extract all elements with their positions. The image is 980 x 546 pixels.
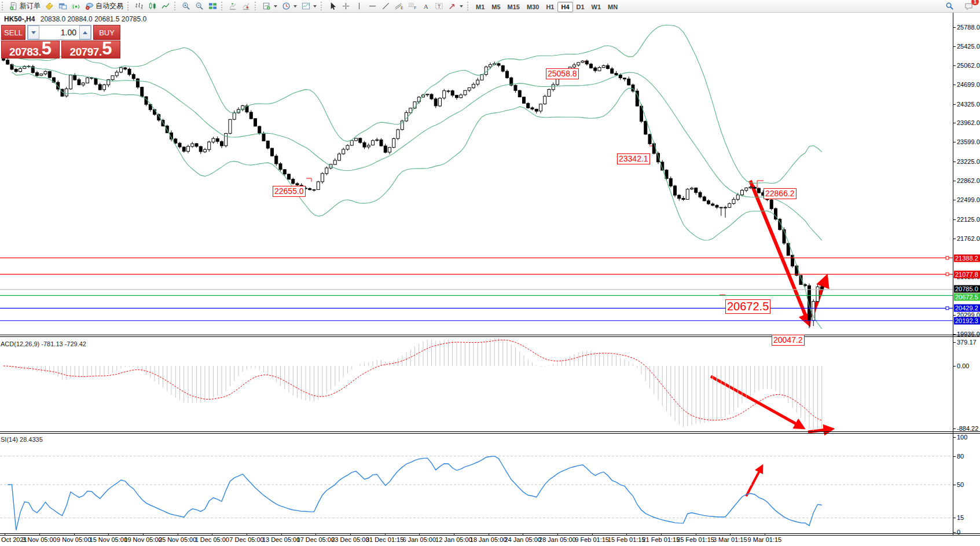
rsi-axis-label: 0: [957, 529, 960, 536]
periods-button[interactable]: [280, 0, 299, 12]
time-axis-label: 1 Dec 05:00: [195, 536, 229, 543]
price-annotation-label[interactable]: 22655.0: [273, 186, 306, 197]
pane-separator[interactable]: [0, 431, 980, 432]
new-order-button[interactable]: 新订单: [7, 0, 43, 12]
volume-decrease-button[interactable]: [28, 25, 39, 39]
time-axis-label: 12 Jan 05:00: [435, 536, 472, 543]
cursor-icon: [328, 2, 337, 10]
line-chart-mode-button[interactable]: [159, 0, 172, 12]
timeframe-button-w1[interactable]: W1: [588, 2, 605, 12]
volume-increase-button[interactable]: [79, 25, 91, 39]
auto-trading-button[interactable]: 自动交易: [83, 0, 126, 12]
text-tool-button[interactable]: A: [419, 0, 432, 12]
rsi-axis-label: 15: [957, 514, 964, 521]
timeframe-button-d1[interactable]: D1: [573, 2, 588, 12]
horizontal-line-icon: [368, 2, 377, 10]
search-button[interactable]: [943, 0, 956, 12]
time-axis-label: 3 Mar 01:15: [713, 536, 747, 543]
time-axis-label: 15 Nov 05:00: [90, 536, 127, 543]
signals-button[interactable]: [69, 0, 83, 12]
timeframe-button-mn[interactable]: MN: [604, 2, 621, 12]
chat-button[interactable]: 1: [962, 0, 975, 12]
market-watch-button[interactable]: [56, 0, 69, 12]
price-annotation-label[interactable]: 25058.8: [546, 68, 579, 79]
chart-shift-icon: [242, 2, 251, 10]
timeframe-button-h4[interactable]: H4: [557, 2, 572, 12]
time-axis-tick: [74, 533, 75, 536]
notification-badge: 1: [971, 0, 979, 5]
equidistant-channel-button[interactable]: E: [392, 0, 406, 12]
toolbar-grip[interactable]: [2, 2, 5, 10]
toolbar-grip[interactable]: [467, 2, 470, 10]
text-label-tool-button[interactable]: T: [432, 0, 446, 12]
chart-shift-button[interactable]: [240, 0, 253, 12]
fibonacci-tool-button[interactable]: F: [406, 0, 419, 12]
price-axis-tick-label: 24325.0: [957, 101, 980, 108]
macd-axis-tick: [953, 366, 956, 367]
time-axis-tick: [419, 533, 420, 536]
text-label-icon: T: [435, 2, 443, 10]
vertical-line-icon: [355, 2, 364, 10]
cursor-tool-button[interactable]: [326, 0, 339, 12]
styler-button[interactable]: [43, 0, 56, 12]
new-chart-button[interactable]: [260, 0, 280, 12]
vertical-line-tool-button[interactable]: [353, 0, 366, 12]
rsi-axis-label: 100: [957, 434, 967, 441]
toolbar-grip[interactable]: [221, 2, 224, 10]
tag-icon: [45, 2, 54, 10]
price-axis-tick-label: 22862.0: [957, 177, 980, 184]
crosshair-icon: [342, 2, 350, 10]
price-annotation-label[interactable]: 23342.1: [617, 153, 650, 164]
chart-area[interactable]: HK50-,H4 20838.0 20884.0 20681.5 20785.0…: [0, 13, 980, 546]
toolbar-grip[interactable]: [255, 2, 258, 10]
price-chart-canvas[interactable]: [0, 13, 953, 335]
macd-pane-canvas[interactable]: [0, 337, 953, 431]
price-annotation-label[interactable]: 20672.5: [725, 299, 770, 314]
shapes-tool-button[interactable]: [446, 0, 465, 12]
price-annotation-label[interactable]: 22866.2: [764, 188, 797, 199]
bar-chart-mode-button[interactable]: [133, 0, 146, 12]
tile-windows-button[interactable]: [206, 0, 219, 12]
toolbar-grip[interactable]: [321, 2, 324, 10]
horizontal-line-tool-button[interactable]: [366, 0, 379, 12]
sell-price-button[interactable]: 20783.5: [1, 41, 60, 58]
trendline-tool-button[interactable]: [379, 0, 392, 12]
price-axis-tick: [953, 239, 956, 239]
auto-scroll-button[interactable]: [226, 0, 240, 12]
timeframe-button-m5[interactable]: M5: [488, 2, 504, 12]
price-axis-tick-label: 21762.0: [957, 235, 980, 242]
candlestick-mode-button[interactable]: [146, 0, 159, 12]
pane-separator[interactable]: [0, 433, 980, 434]
time-axis-tick: [730, 533, 731, 536]
price-axis-tick: [953, 162, 956, 162]
rsi-pane-canvas[interactable]: [0, 434, 953, 533]
channel-icon: E: [395, 2, 403, 10]
toolbar-grip[interactable]: [127, 2, 130, 10]
time-axis-tick: [212, 533, 212, 536]
volume-input[interactable]: [39, 25, 79, 39]
crosshair-tool-button[interactable]: [339, 0, 353, 12]
zoom-out-button[interactable]: [193, 0, 206, 12]
pane-separator[interactable]: [0, 336, 980, 337]
price-axis-tag: 20785.0: [954, 285, 980, 293]
template-icon: [302, 2, 310, 10]
tile-windows-icon: [208, 2, 217, 10]
price-axis-tick-label: 25788.0: [957, 24, 980, 31]
pane-separator[interactable]: [0, 335, 980, 335]
toolbar-grip[interactable]: [174, 2, 177, 10]
time-axis-label: 15 Feb 01:15: [608, 536, 645, 543]
templates-button[interactable]: [299, 0, 319, 12]
zoom-in-button[interactable]: [179, 0, 193, 12]
sell-button[interactable]: SELL: [1, 25, 25, 40]
time-axis-tick: [385, 533, 386, 536]
chart-bottom-border: [0, 533, 980, 534]
price-annotation-label[interactable]: 20047.2: [772, 335, 805, 346]
buy-price-button[interactable]: 20797.5: [61, 41, 120, 58]
time-axis-label: 31 Dec 01:15: [366, 536, 403, 543]
time-axis-label: 18 Jan 05:00: [470, 536, 507, 543]
timeframe-button-m15[interactable]: M15: [504, 2, 523, 12]
timeframe-button-m1[interactable]: M1: [472, 2, 488, 12]
sell-price-main: 20783: [9, 46, 38, 57]
timeframe-button-m30[interactable]: M30: [523, 2, 542, 12]
timeframe-button-h1[interactable]: H1: [542, 2, 557, 12]
